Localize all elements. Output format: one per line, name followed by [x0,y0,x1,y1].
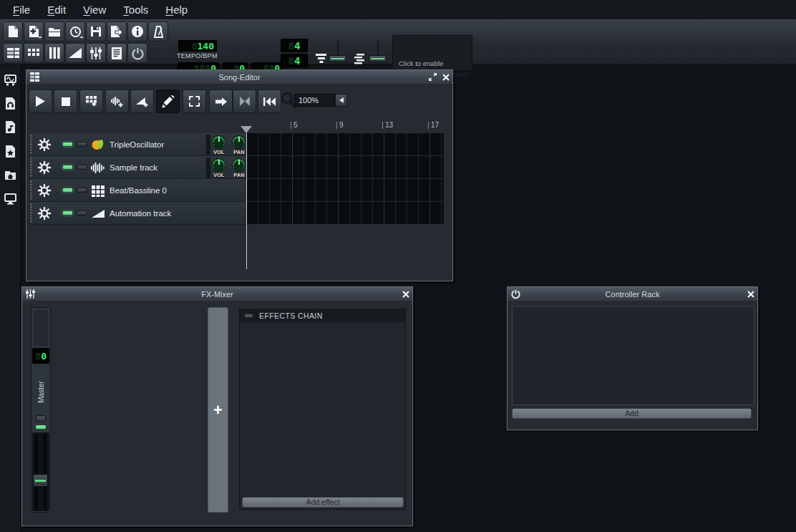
controller-rack-titlebar[interactable]: Controller Rack [508,287,757,301]
timesig-numerator-display[interactable]: 84 [281,39,308,52]
timeline[interactable]: 5 9 13 17 [246,120,444,133]
track-header[interactable]: TripleOscillator VOL PAN [29,133,246,156]
edit-mode-button[interactable] [183,90,206,113]
samples-icon[interactable] [4,97,16,110]
channel-button[interactable] [36,415,46,422]
fx-mixer-titlebar[interactable]: FX-Mixer [22,287,412,301]
computer-icon[interactable] [4,193,16,205]
project-notes-button[interactable] [107,43,127,63]
menu-file[interactable]: File [6,2,37,17]
track-grip[interactable] [30,180,33,200]
draw-mode-button[interactable] [156,90,180,113]
end-markers-button[interactable] [233,90,256,113]
channel-fader[interactable] [32,432,49,511]
solo-led[interactable] [77,211,87,216]
track-segment-area[interactable] [246,156,444,179]
zoom-spinner-button[interactable] [335,94,347,107]
stop-button[interactable] [54,90,77,113]
gear-icon[interactable] [38,161,51,174]
close-button[interactable] [745,289,756,299]
fader-handle[interactable] [33,474,48,487]
visualization-panel[interactable]: Click to enable [392,35,472,71]
pan-knob[interactable] [232,158,246,172]
volume-knob[interactable] [212,135,225,149]
fx-channel-master[interactable]: 80 Master [31,307,51,513]
track-name[interactable]: Automation track [110,202,171,225]
presets-icon[interactable] [4,121,16,133]
fx-mixer-title: FX-Mixer [22,290,412,299]
mute-led[interactable] [62,188,73,193]
track-header[interactable]: Automation track [29,202,246,225]
home-icon[interactable] [4,169,16,181]
close-button[interactable] [400,289,411,299]
bb-editor-button[interactable] [24,43,44,63]
timesig-denominator-display[interactable]: 84 [281,54,308,67]
export-project-button[interactable] [107,21,127,42]
add-bb-track-button[interactable] [79,90,103,113]
menu-edit[interactable]: Edit [40,2,73,17]
solo-led[interactable] [77,188,87,193]
master-volume-slider[interactable] [329,55,346,62]
playhead-marker[interactable] [241,126,252,133]
close-button[interactable] [440,72,451,82]
menu-view[interactable]: View [76,2,113,17]
maximize-button[interactable] [427,72,438,82]
recently-opened-button[interactable] [65,21,85,42]
next-marker-button[interactable] [209,90,233,113]
automation-editor-button[interactable] [65,43,85,63]
gear-icon[interactable] [38,184,51,197]
gear-icon[interactable] [38,207,51,220]
fx-mixer-button[interactable] [86,43,106,63]
effects-chain-header: EFFECTS CHAIN [240,309,405,322]
tempo-display[interactable]: 8140 [178,40,217,52]
mute-led[interactable] [62,165,73,170]
pan-knob[interactable] [232,135,246,149]
gear-icon[interactable] [38,138,51,151]
track-header[interactable]: Beat/Bassline 0 [29,179,246,202]
add-sample-track-button[interactable] [105,90,129,113]
song-editor-titlebar[interactable]: Song-Editor [26,70,452,84]
track-name[interactable]: Beat/Bassline 0 [110,179,167,202]
controller-list[interactable] [512,306,754,405]
open-project-button[interactable] [44,21,64,42]
track-segment-area[interactable] [246,133,444,156]
track-name[interactable]: TripleOscillator [110,133,164,156]
add-automation-track-button[interactable] [130,90,154,113]
menu-help[interactable]: Help [158,2,195,17]
track-grip[interactable] [30,203,33,223]
solo-led[interactable] [77,165,87,170]
add-fx-channel-button[interactable]: + [208,307,228,513]
volume-knob[interactable] [212,158,225,172]
solo-led[interactable] [77,142,87,147]
song-editor-button[interactable] [3,43,23,63]
master-pitch-slider[interactable] [369,55,387,62]
new-project-button[interactable] [3,21,23,42]
track-name[interactable]: Sample track [110,156,157,179]
metronome-button[interactable] [148,21,168,42]
channel-mute-led[interactable] [35,425,47,430]
add-effect-button[interactable]: Add effect [242,497,404,508]
piano-roll-button[interactable] [44,43,64,63]
save-project-button[interactable] [86,21,106,42]
instruments-icon[interactable] [4,74,16,86]
menu-tools[interactable]: Tools [116,2,155,17]
track-grip[interactable] [30,135,33,155]
track-header[interactable]: Sample track VOL PAN [29,156,246,179]
new-from-template-button[interactable] [24,21,44,42]
play-button[interactable] [29,90,52,113]
track-segment-area[interactable] [246,179,444,202]
fx-mixer-icon [90,47,102,59]
add-controller-button[interactable]: Add [512,408,752,419]
effects-chain-enable-led[interactable] [244,314,253,318]
controller-rack-button[interactable] [127,43,147,63]
mute-led[interactable] [62,211,73,216]
sample-track-icon [91,160,105,175]
zoom-level-display[interactable]: 100% [294,94,335,107]
track-segment-area[interactable] [246,202,444,225]
rewind-icon [263,97,276,106]
factory-files-icon[interactable] [4,145,16,158]
whats-this-button[interactable] [127,21,147,42]
mute-led[interactable] [62,142,73,147]
track-grip[interactable] [30,158,33,178]
rewind-button[interactable] [258,90,281,113]
